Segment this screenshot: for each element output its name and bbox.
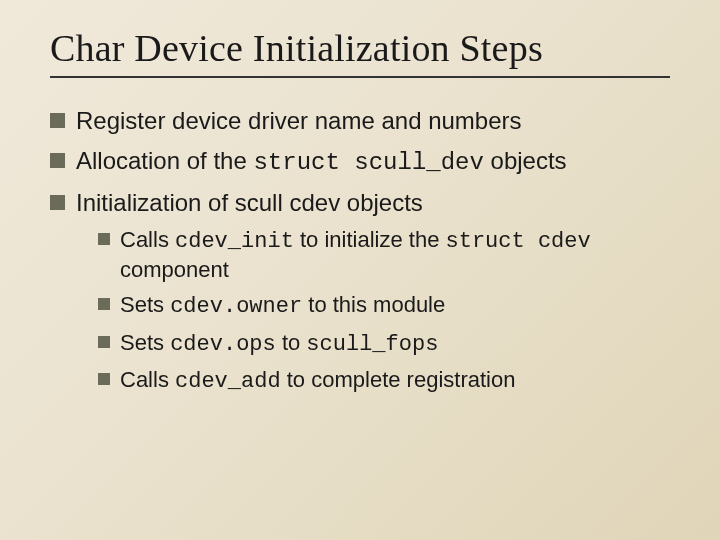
title-underline bbox=[50, 76, 670, 78]
bullet-text-fragment: Sets bbox=[120, 292, 170, 317]
sub-bullet-item: Calls cdev_init to initialize the struct… bbox=[98, 226, 680, 283]
bullet-item: Initialization of scull cdev objects Cal… bbox=[50, 188, 680, 396]
code-text: scull_fops bbox=[306, 332, 438, 357]
code-text: cdev_init bbox=[175, 229, 294, 254]
code-text: struct cdev bbox=[445, 229, 590, 254]
bullet-text-fragment: Calls bbox=[120, 367, 175, 392]
sub-bullet-item: Calls cdev_add to complete registration bbox=[98, 366, 680, 396]
code-text: cdev.owner bbox=[170, 294, 302, 319]
bullet-text-fragment: Sets bbox=[120, 330, 170, 355]
code-text: cdev.ops bbox=[170, 332, 276, 357]
bullet-text: Initialization of scull cdev objects bbox=[76, 189, 423, 216]
bullet-text-fragment: Allocation of the bbox=[76, 147, 253, 174]
code-text: struct scull_dev bbox=[253, 149, 483, 176]
sub-bullet-item: Sets cdev.ops to scull_fops bbox=[98, 329, 680, 359]
bullet-item: Register device driver name and numbers bbox=[50, 106, 680, 136]
bullet-text-fragment: objects bbox=[484, 147, 567, 174]
main-bullet-list: Register device driver name and numbers … bbox=[50, 106, 680, 396]
bullet-text: Register device driver name and numbers bbox=[76, 107, 522, 134]
bullet-text-fragment: component bbox=[120, 257, 229, 282]
bullet-item: Allocation of the struct scull_dev objec… bbox=[50, 146, 680, 178]
sub-bullet-item: Sets cdev.owner to this module bbox=[98, 291, 680, 321]
bullet-text-fragment: to initialize the bbox=[294, 227, 446, 252]
sub-bullet-list: Calls cdev_init to initialize the struct… bbox=[98, 226, 680, 396]
bullet-text-fragment: to bbox=[276, 330, 307, 355]
bullet-text-fragment: Calls bbox=[120, 227, 175, 252]
slide-title: Char Device Initialization Steps bbox=[50, 26, 680, 70]
code-text: cdev_add bbox=[175, 369, 281, 394]
bullet-text-fragment: to this module bbox=[302, 292, 445, 317]
bullet-text-fragment: to complete registration bbox=[281, 367, 516, 392]
